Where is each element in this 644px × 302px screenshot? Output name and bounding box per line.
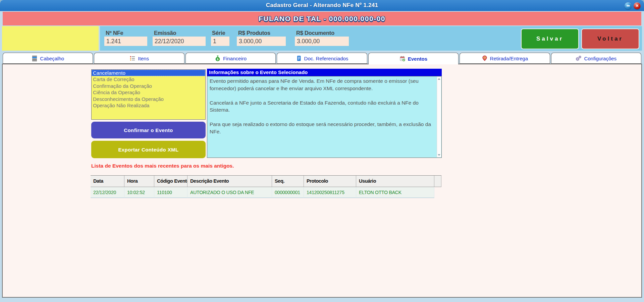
- close-icon: ✕: [636, 4, 639, 8]
- scroll-up-icon[interactable]: [437, 77, 441, 81]
- svg-text:$: $: [217, 57, 219, 61]
- bullet-list-icon: [129, 55, 136, 61]
- nfe-number-field[interactable]: [104, 37, 147, 46]
- events-list-caption: Lista de Eventos dos mais recentes para …: [91, 163, 234, 169]
- operation-mode-panel: Venda Compra: [2, 26, 99, 51]
- gears-icon: [576, 55, 582, 61]
- confirm-event-button[interactable]: Confirmar o Evento: [91, 122, 206, 138]
- document-icon: [296, 55, 302, 61]
- list-item-cancelamento[interactable]: Cancelamento: [92, 70, 205, 76]
- tab-retirada-entrega[interactable]: Retirada/Entrega: [460, 53, 550, 64]
- column-header-protocolo: Protocolo: [304, 176, 356, 187]
- cell-seq: 0000000001: [272, 187, 304, 198]
- document-total-field[interactable]: [295, 37, 349, 46]
- list-item-desconhecimento-da-operacao[interactable]: Desconhecimento da Operação: [92, 96, 205, 102]
- cell-hora: 10:02:52: [124, 187, 154, 198]
- event-type-list: Cancelamento Carta de Correção Confirmaç…: [91, 69, 206, 120]
- list-item-ciencia-da-operacao[interactable]: Ciência da Operação: [92, 89, 205, 96]
- series-field[interactable]: [211, 37, 229, 46]
- column-header-hora: Hora: [124, 176, 154, 187]
- emission-date-label: Emissão: [154, 30, 176, 36]
- save-button[interactable]: Salvar: [521, 28, 579, 49]
- info-paragraph: Evento permitido apenas para NFe de Vend…: [210, 77, 433, 92]
- tab-label: Financeiro: [223, 56, 247, 61]
- cell-descricao-evento: AUTORIZADO O USO DA NFE: [187, 187, 272, 198]
- document-total-label: R$ Documento: [296, 30, 334, 36]
- header-lines-icon: [32, 55, 38, 61]
- products-total-field[interactable]: [237, 37, 286, 46]
- tab-label: Doc. Referenciados: [304, 56, 348, 61]
- column-header-codigo-evento: Código Evento: [154, 176, 187, 187]
- series-label: Série: [212, 30, 225, 36]
- calendar-icon: [399, 56, 406, 62]
- cell-data: 22/12/2020: [91, 187, 124, 198]
- info-scrollbar[interactable]: [437, 77, 441, 157]
- products-total-label: R$ Produtos: [238, 30, 270, 36]
- close-button[interactable]: ✕: [634, 2, 641, 9]
- column-header-filler: [434, 176, 441, 187]
- title-bar: Cadastro Geral - Alterando NFe Nº 1.241 …: [0, 0, 644, 11]
- tab-label: Cabeçalho: [40, 56, 64, 61]
- tab-doc-referenciados[interactable]: Doc. Referenciados: [277, 53, 367, 64]
- tab-label: Retirada/Entrega: [490, 56, 528, 61]
- tab-configuracoes[interactable]: Configurações: [551, 53, 641, 64]
- scroll-down-icon[interactable]: [437, 153, 441, 157]
- column-header-usuario: Usuário: [356, 176, 434, 187]
- info-paragraph: Para que seja realizado o extorno do est…: [210, 121, 433, 135]
- event-info-text: Evento permitido apenas para NFe de Vend…: [207, 76, 442, 158]
- tab-label: Itens: [138, 56, 149, 61]
- application-window: Cadastro Geral - Alterando NFe Nº 1.241 …: [0, 0, 644, 302]
- nfe-number-label: Nº NFe: [106, 30, 123, 36]
- cell-protocolo: 141200250811275: [304, 187, 356, 198]
- back-button[interactable]: Voltar: [581, 28, 639, 49]
- minimize-icon: [627, 5, 630, 6]
- money-bag-icon: $: [215, 55, 221, 61]
- window-title: Cadastro Geral - Alterando NFe Nº 1.241: [0, 2, 644, 9]
- emission-date-field[interactable]: [153, 37, 206, 46]
- tab-cabecalho[interactable]: Cabeçalho: [3, 53, 93, 64]
- list-item-confirmacao-da-operacao[interactable]: Confirmação da Operação: [92, 83, 205, 89]
- minimize-button[interactable]: [625, 2, 632, 9]
- customer-banner: FULANO DE TAL - 000.000.000-00: [3, 12, 641, 25]
- list-item-carta-de-correcao[interactable]: Carta de Correção: [92, 76, 205, 82]
- column-header-seq: Seq.: [272, 176, 304, 187]
- cell-usuario: ELTON OTTO BACK: [356, 187, 434, 198]
- column-header-descricao-evento: Descrição Evento: [187, 176, 272, 187]
- event-info-title: Informações sobre o Evento Selecionado: [207, 69, 442, 76]
- tab-label: Eventos: [408, 56, 427, 62]
- tab-itens[interactable]: Itens: [94, 53, 184, 64]
- tab-eventos[interactable]: Eventos: [368, 53, 459, 64]
- cell-filler: [434, 187, 441, 198]
- export-xml-button[interactable]: Exportar Conteúdo XML: [91, 141, 206, 158]
- map-pin-icon: [482, 55, 488, 61]
- tab-financeiro[interactable]: $ Financeiro: [185, 53, 276, 64]
- column-header-data: Data: [91, 176, 124, 187]
- list-item-operacao-nao-realizada[interactable]: Operação Não Realizada: [92, 102, 205, 109]
- tab-label: Configurações: [584, 56, 616, 61]
- tab-strip: Cabeçalho Itens $ Financeiro Doc. Refere…: [3, 53, 641, 64]
- grid-header-row: Data Hora Código Evento Descrição Evento…: [91, 175, 441, 187]
- table-row[interactable]: 22/12/2020 10:02:52 110100 AUTORIZADO O …: [91, 187, 441, 198]
- events-grid: Data Hora Código Evento Descrição Evento…: [91, 175, 441, 198]
- cell-codigo-evento: 110100: [154, 187, 187, 198]
- info-paragraph: Cancelará a NFe junto a Secretaria de Es…: [210, 99, 433, 114]
